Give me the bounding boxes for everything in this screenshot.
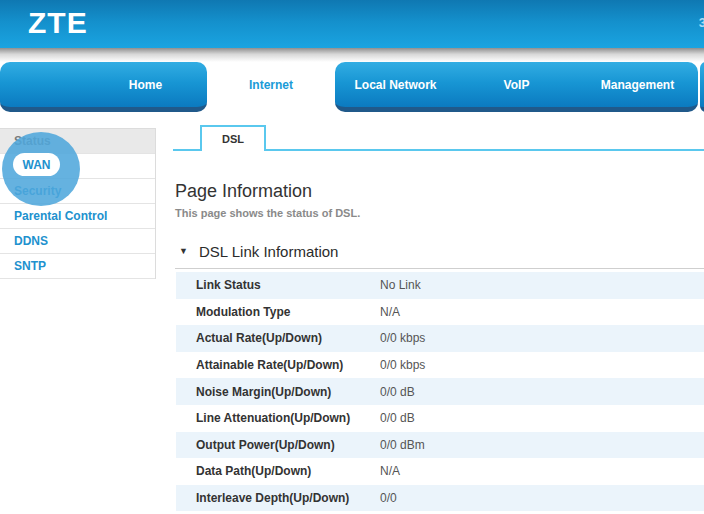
- table-row: Attainable Rate(Up/Down)0/0 kbps: [176, 352, 704, 379]
- sidebar-item-wan-highlighted[interactable]: WAN: [13, 153, 60, 176]
- tab-dsl[interactable]: DSL: [200, 125, 266, 151]
- sidebar-menu: StatusWANSecurityParental ControlDDNSSNT…: [0, 128, 156, 279]
- row-label: Actual Rate(Up/Down): [176, 331, 380, 345]
- header-corner-text: 3: [699, 15, 704, 30]
- table-row: Modulation TypeN/A: [176, 299, 704, 326]
- table-row: Line Attenuation(Up/Down)0/0 dB: [176, 405, 704, 432]
- row-label: Link Status: [176, 278, 380, 292]
- row-value: 0/0: [380, 491, 397, 505]
- row-label: Modulation Type: [176, 305, 380, 319]
- table-row: Data Path(Up/Down)N/A: [176, 458, 704, 485]
- nav-tab-local-network-label: Local Network: [354, 78, 436, 92]
- nav-tab-local-network[interactable]: Local Network: [335, 62, 456, 107]
- nav-tab-internet[interactable]: Internet: [207, 62, 335, 107]
- dsl-link-info-section-toggle[interactable]: ▼ DSL Link Information: [179, 243, 338, 260]
- sidebar-item-parental-control[interactable]: Parental Control: [0, 204, 155, 229]
- nav-tab-home[interactable]: Home: [0, 62, 207, 112]
- row-label: Data Path(Up/Down): [176, 464, 380, 478]
- row-value: No Link: [380, 278, 421, 292]
- table-row: Output Power(Up/Down)0/0 dBm: [176, 432, 704, 459]
- wan-highlight-label: WAN: [23, 158, 51, 172]
- sidebar-item-ddns[interactable]: DDNS: [0, 229, 155, 254]
- sidebar-item-sntp[interactable]: SNTP: [0, 254, 155, 279]
- router-admin-page: ZTE 3 Home Internet Local Network VoIP M…: [0, 0, 704, 514]
- table-row: Interleave Depth(Up/Down)0/0: [176, 485, 704, 512]
- zte-logo: ZTE: [28, 6, 88, 40]
- row-label: Output Power(Up/Down): [176, 438, 380, 452]
- page-description: This page shows the status of DSL.: [175, 207, 360, 219]
- row-value: 0/0 dB: [380, 385, 415, 399]
- header-shadow: [0, 48, 704, 62]
- table-row: Actual Rate(Up/Down)0/0 kbps: [176, 325, 704, 352]
- table-row: Noise Margin(Up/Down)0/0 dB: [176, 378, 704, 405]
- page-title: Page Information: [175, 181, 312, 202]
- row-label: Attainable Rate(Up/Down): [176, 358, 380, 372]
- row-label: Noise Margin(Up/Down): [176, 385, 380, 399]
- main-nav: Home Internet Local Network VoIP Managem…: [0, 62, 704, 112]
- sidebar-item-status[interactable]: Status: [0, 129, 155, 154]
- app-header: ZTE 3: [0, 0, 704, 48]
- nav-tab-home-label: Home: [129, 78, 162, 92]
- row-value: 0/0 dB: [380, 411, 415, 425]
- row-label: Line Attenuation(Up/Down): [176, 411, 380, 425]
- nav-tab-management-label: Management: [601, 78, 674, 92]
- nav-tab-group: Local Network VoIP Management: [335, 62, 698, 112]
- section-divider: [175, 268, 704, 269]
- row-value: N/A: [380, 464, 400, 478]
- row-value: 0/0 kbps: [380, 331, 425, 345]
- nav-tab-internet-label: Internet: [249, 78, 293, 92]
- nav-tab-voip-label: VoIP: [504, 78, 530, 92]
- dsl-link-info-section-title: DSL Link Information: [199, 243, 339, 260]
- row-value: 0/0 dBm: [380, 438, 425, 452]
- collapse-triangle-icon: ▼: [179, 247, 188, 256]
- dsl-link-info-table: Link StatusNo LinkModulation TypeN/AActu…: [176, 272, 704, 511]
- sidebar-item-security[interactable]: Security: [0, 179, 155, 204]
- row-value: N/A: [380, 305, 400, 319]
- table-row: Link StatusNo Link: [176, 272, 704, 299]
- nav-tab-cutoff: [700, 62, 704, 112]
- tab-dsl-label: DSL: [222, 133, 244, 145]
- nav-tab-management[interactable]: Management: [577, 62, 698, 107]
- nav-tab-voip[interactable]: VoIP: [456, 62, 577, 107]
- row-label: Interleave Depth(Up/Down): [176, 491, 380, 505]
- row-value: 0/0 kbps: [380, 358, 425, 372]
